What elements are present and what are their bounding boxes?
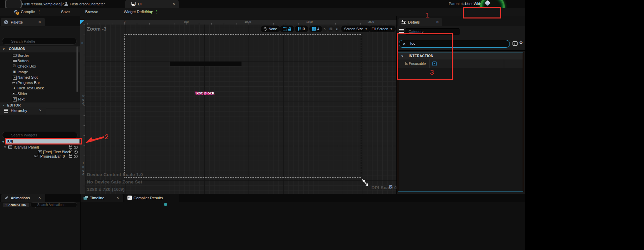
animations-tab[interactable]: Animations ✕	[1, 194, 45, 202]
tab-map[interactable]: FirstPersonExampleMap*	[22, 0, 64, 8]
browse-button[interactable]: Browse	[85, 8, 98, 16]
flip-preview-button[interactable]: ◭	[334, 26, 340, 32]
details-settings-gear-icon[interactable]: ⚙	[519, 40, 523, 45]
close-icon[interactable]: ✕	[436, 20, 439, 24]
hierarchy-row-text[interactable]: T [Text] "Text Block"	[0, 150, 80, 154]
hierarchy-search-input[interactable]	[2, 132, 77, 138]
grid-icon	[312, 27, 316, 31]
slider-icon	[12, 94, 17, 94]
compile-button[interactable]: Compile	[21, 8, 35, 16]
palette-item-namedslot[interactable]: ✳Named Slot	[0, 75, 80, 80]
chevron-down-icon[interactable]: ▽	[4, 145, 6, 149]
palette-item-richtext[interactable]: ◆Rich Text Block	[0, 85, 80, 91]
lock-icon	[288, 27, 291, 31]
grid-snap-button[interactable]: 4	[309, 26, 322, 32]
horizontal-ruler: 0 500 1000 1500 2000	[85, 20, 396, 25]
close-icon[interactable]: ✕	[116, 196, 119, 200]
palette-section-common[interactable]: ∨ COMMON	[0, 46, 80, 52]
visibility-eye-icon[interactable]	[74, 145, 78, 150]
column-divider	[504, 59, 504, 68]
palette-item-button[interactable]: Button	[0, 58, 80, 64]
border-icon	[13, 54, 17, 57]
lock-icon[interactable]	[69, 145, 72, 150]
device-content-scale-text: Device Content Scale 1.0	[87, 172, 143, 177]
details-sliders-icon	[401, 20, 406, 24]
animations-panel-body: + ANIMATION	[0, 202, 80, 250]
chevron-down-icon: ▼	[390, 28, 393, 31]
text-block-widget-label: Text Block	[195, 91, 214, 95]
design-surface-outline[interactable]	[124, 34, 361, 178]
select-widget-mode-button[interactable]: ↖	[322, 26, 328, 32]
resolution-text: 1280 x 720 (16:9)	[87, 187, 124, 192]
close-icon[interactable]: ✕	[39, 109, 42, 113]
palette-tab[interactable]: Palette ✕	[1, 18, 45, 26]
compiler-results-tab[interactable]: >_ Compiler Results	[124, 194, 179, 202]
button-icon	[13, 60, 17, 62]
play-button[interactable]: Play	[145, 8, 153, 16]
annotation-label-1: 1	[426, 11, 430, 19]
palette-item-text[interactable]: TText	[0, 96, 80, 102]
localization-preview-button[interactable]: None	[261, 26, 280, 32]
tab-divider	[61, 2, 62, 6]
fill-screen-dropdown[interactable]: Fill Screen▼	[369, 26, 396, 32]
compile-options-icon[interactable]: ⋮	[37, 8, 41, 16]
respect-locks-button[interactable]: R	[295, 26, 308, 32]
dpi-settings-gear-icon[interactable]: ⚙	[388, 184, 393, 190]
canvas-grid[interactable]: Text Block Device Content Scale 1.0 No D…	[85, 25, 396, 194]
palette-item-progressbar[interactable]: Progress Bar	[0, 80, 80, 85]
timeline-marker-dot	[164, 203, 167, 206]
close-icon[interactable]: ✕	[172, 2, 175, 6]
close-icon[interactable]: ✕	[38, 20, 41, 24]
palette-item-border[interactable]: Border	[0, 53, 80, 58]
save-button[interactable]: Save	[61, 8, 70, 16]
palette-item-image[interactable]: ▣Image	[0, 69, 80, 75]
axis-line	[372, 25, 372, 194]
text-block-widget[interactable]	[170, 61, 241, 66]
selection-lock-button[interactable]	[280, 26, 294, 32]
vertical-ruler: 0 500 1000	[80, 25, 85, 194]
screen-size-dropdown[interactable]: Screen Size▼	[341, 26, 371, 32]
globe-icon	[264, 27, 267, 31]
hierarchy-body: ∨ [UI] ▽ [Canvas Panel] T [Text] "Text B…	[0, 115, 80, 194]
annotation-box-3	[397, 33, 453, 80]
hierarchy-tab[interactable]: Hierarchy ✕	[1, 107, 46, 115]
visibility-eye-icon[interactable]	[74, 154, 78, 159]
dashed-selection-icon	[283, 27, 286, 31]
palette-scrollbar[interactable]	[76, 46, 78, 92]
property-matrix-toggle-icon[interactable]	[513, 41, 518, 46]
checkbox-icon: ☑	[13, 64, 16, 69]
widget-blueprint-icon: ▾	[131, 2, 136, 6]
add-animation-button[interactable]: + ANIMATION	[3, 203, 29, 207]
close-icon[interactable]: ✕	[38, 196, 41, 200]
timeline-panel-body	[80, 202, 525, 250]
annotation-box-2	[5, 138, 82, 144]
annotation-box-1	[463, 7, 501, 18]
palette-item-checkbox[interactable]: ☑Check Box	[0, 64, 80, 69]
tab-ui-active[interactable]: ▾ UI ✕	[125, 0, 179, 8]
details-empty-area	[398, 68, 523, 191]
zoom-level-label: Zoom -3	[87, 26, 106, 32]
palette-search-input[interactable]	[2, 38, 76, 45]
palette-item-slider[interactable]: Slider	[0, 91, 80, 96]
progress-bar-icon	[12, 82, 17, 84]
hierarchy-row-progressbar[interactable]: ProgressBar_0	[0, 154, 80, 159]
chevron-down-icon: ∨	[3, 47, 5, 51]
ruler-corner-triangle	[80, 20, 85, 24]
preview-background-button[interactable]: ▨	[328, 26, 334, 32]
visibility-eye-icon[interactable]	[74, 150, 78, 154]
hierarchy-row-canvas[interactable]: ▽ [Canvas Panel]	[0, 145, 80, 150]
animations-search-input[interactable]	[30, 202, 77, 207]
columns-icon	[298, 27, 301, 31]
timeline-tab[interactable]: Timeline ✕	[81, 194, 123, 202]
editor-window: FirstPersonExampleMap* FirstPersonCharac…	[0, 0, 525, 250]
named-slot-icon: ✳	[13, 76, 17, 80]
tab-character[interactable]: FirstPersonCharacter	[70, 0, 105, 8]
details-tab[interactable]: Details ✕	[398, 18, 442, 26]
palette-icon	[4, 20, 8, 24]
compile-status-badge: ?	[16, 12, 19, 15]
chevron-down-icon[interactable]: ∨	[2, 140, 4, 143]
lock-icon[interactable]	[69, 154, 72, 159]
chevron-down-icon: ▼	[365, 28, 368, 31]
play-options-icon[interactable]: ⋮	[155, 8, 159, 16]
canvas-panel-icon	[8, 145, 12, 149]
